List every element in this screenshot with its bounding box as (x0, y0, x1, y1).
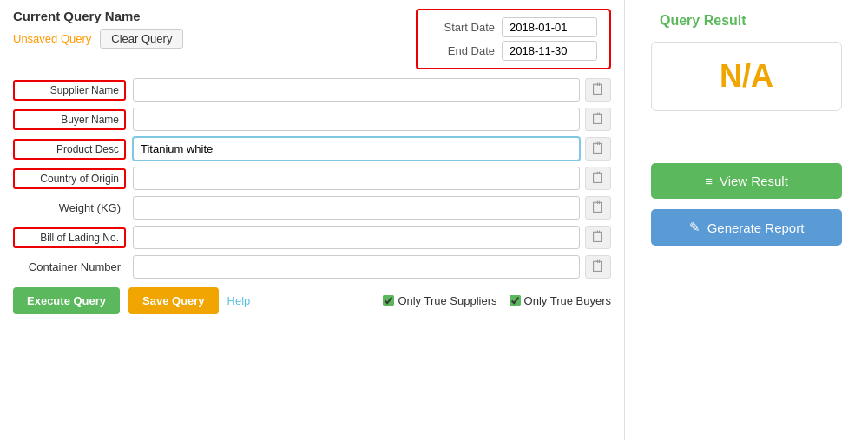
only-true-buyers-checkbox-item[interactable]: Only True Buyers (510, 294, 611, 307)
na-box: N/A (651, 42, 842, 111)
generate-report-icon: ✎ (689, 220, 700, 235)
end-date-input[interactable] (502, 41, 597, 61)
only-true-suppliers-label: Only True Suppliers (398, 294, 496, 307)
list-icon-bill-of-lading-no[interactable]: 🗒 (585, 226, 611, 249)
checkboxes-area: Only True Suppliers Only True Buyers (383, 294, 611, 307)
unsaved-query-row: Unsaved Query Clear Query (13, 29, 183, 49)
start-date-label: Start Date (430, 21, 495, 34)
field-row-country-of-origin: Country of Origin🗒 (13, 167, 611, 190)
na-value: N/A (720, 58, 773, 95)
only-true-buyers-checkbox[interactable] (510, 295, 521, 306)
start-date-row: Start Date (430, 17, 597, 37)
bottom-bar: Execute Query Save Query Help Only True … (13, 287, 611, 314)
field-input-supplier-name[interactable] (133, 78, 580, 102)
view-result-icon: ≡ (705, 174, 713, 188)
list-icon-country-of-origin[interactable]: 🗒 (585, 167, 611, 190)
field-row-container-number: Container Number🗒 (13, 255, 611, 279)
start-date-input[interactable] (502, 17, 597, 37)
field-input-product-desc[interactable] (133, 137, 580, 161)
field-label-container-number: Container Number (13, 258, 126, 276)
field-row-supplier-name: Supplier Name🗒 (13, 78, 611, 102)
left-panel: Current Query Name Unsaved Query Clear Q… (0, 0, 625, 440)
current-query-section: Current Query Name Unsaved Query Clear Q… (13, 9, 183, 49)
field-row-product-desc: Product Desc🗒 (13, 137, 611, 161)
field-input-container-number[interactable] (133, 255, 580, 279)
field-row-weight-kg: Weight (KG)🗒 (13, 196, 611, 220)
view-result-button[interactable]: ≡ View Result (651, 163, 842, 199)
field-input-country-of-origin[interactable] (133, 167, 580, 190)
field-label-weight-kg: Weight (KG) (13, 199, 126, 217)
only-true-suppliers-checkbox[interactable] (383, 295, 394, 306)
end-date-label: End Date (430, 44, 495, 57)
end-date-row: End Date (430, 41, 597, 61)
view-result-label: View Result (720, 174, 788, 188)
field-label-supplier-name: Supplier Name (13, 80, 126, 101)
generate-report-button[interactable]: ✎ Generate Report (651, 209, 842, 246)
only-true-buyers-label: Only True Buyers (524, 294, 611, 307)
field-label-country-of-origin: Country of Origin (13, 168, 126, 189)
date-section: Start Date End Date (416, 9, 611, 69)
list-icon-product-desc[interactable]: 🗒 (585, 137, 611, 161)
field-row-buyer-name: Buyer Name🗒 (13, 108, 611, 131)
field-label-buyer-name: Buyer Name (13, 109, 126, 130)
unsaved-query-text: Unsaved Query (13, 32, 91, 45)
current-query-label: Current Query Name (13, 9, 183, 23)
header-row: Current Query Name Unsaved Query Clear Q… (13, 9, 611, 69)
clear-query-button[interactable]: Clear Query (100, 29, 183, 49)
help-link[interactable]: Help (227, 294, 251, 307)
save-query-button[interactable]: Save Query (128, 287, 219, 314)
main-container: Current Query Name Unsaved Query Clear Q… (0, 0, 868, 440)
field-row-bill-of-lading-no: Bill of Lading No.🗒 (13, 226, 611, 249)
query-result-title: Query Result (660, 13, 746, 29)
list-icon-container-number[interactable]: 🗒 (585, 255, 611, 279)
list-icon-weight-kg[interactable]: 🗒 (585, 196, 611, 220)
execute-query-button[interactable]: Execute Query (13, 287, 120, 314)
field-label-product-desc: Product Desc (13, 139, 126, 160)
form-section: Supplier Name🗒Buyer Name🗒Product Desc🗒Co… (13, 78, 611, 279)
field-input-weight-kg[interactable] (133, 196, 580, 220)
list-icon-supplier-name[interactable]: 🗒 (585, 78, 611, 102)
only-true-suppliers-checkbox-item[interactable]: Only True Suppliers (383, 294, 496, 307)
generate-report-label: Generate Report (707, 220, 805, 235)
list-icon-buyer-name[interactable]: 🗒 (585, 108, 611, 131)
right-panel: Query Result N/A ≡ View Result ✎ Generat… (625, 0, 868, 440)
field-label-bill-of-lading-no: Bill of Lading No. (13, 227, 126, 248)
field-input-buyer-name[interactable] (133, 108, 580, 131)
field-input-bill-of-lading-no[interactable] (133, 226, 580, 249)
